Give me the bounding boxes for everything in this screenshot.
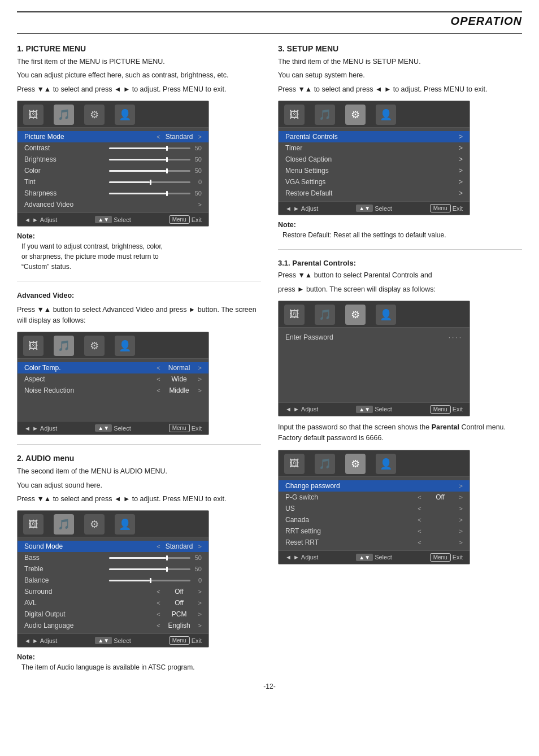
pw-icon-person: 👤 (376, 305, 396, 325)
adv-menu-btn[interactable]: Menu (169, 424, 190, 432)
menu-settings-arrow: > (459, 167, 463, 175)
sharpness-label: Sharpness (24, 189, 106, 197)
password-menu-content: Enter Password ···· (279, 328, 470, 402)
bass-label: Bass (24, 554, 106, 562)
section2-para1: The second item of the MENU is AUDIO MEN… (17, 466, 261, 477)
pw-icon-picture: 🖼 (284, 305, 305, 325)
picture-mode-row: Picture Mode < Standard > (18, 131, 208, 142)
timer-label: Timer (285, 144, 459, 152)
sharpness-value: 50 (194, 190, 202, 197)
par-bottom-adjust: ◄ ► Adjust (285, 554, 318, 561)
adv-select-btn-icon: ▲▼ (95, 424, 112, 432)
section2-para2: You can adjust sound here. (17, 480, 261, 491)
color-temp-arrow-right: > (198, 364, 202, 371)
balance-row: Balance 0 (18, 575, 208, 586)
adjust-label: Adjust (40, 216, 58, 223)
advanced-text: Press ▼▲ button to select Advanced Video… (17, 305, 261, 327)
section1-para2: You can adjust picture effect here, such… (17, 70, 261, 81)
adv-adjust-label: Adjust (40, 425, 58, 432)
audio-language-row: Audio Language < English > (18, 620, 208, 631)
enter-password-label: Enter Password (285, 333, 449, 341)
tint-value: 0 (194, 179, 202, 185)
us-arrow-left: < (418, 505, 421, 512)
pw-blank5 (279, 389, 470, 400)
pg-arrow-right: > (459, 494, 463, 501)
select-label: Select (114, 216, 131, 223)
brightness-slider (109, 159, 190, 160)
surround-row: Surround < Off > (18, 586, 208, 597)
advanced-menu-icons: 🖼 🎵 ⚙ 👤 (18, 332, 208, 359)
contrast-label: Contrast (24, 144, 106, 152)
audio-lang-value: English (164, 622, 195, 629)
brightness-row: Brightness 50 (18, 154, 208, 165)
sound-mode-label: Sound Mode (24, 542, 157, 550)
bottom-select: ▲▼ Select (95, 216, 131, 223)
bass-value: 50 (194, 554, 202, 561)
icon-music: 🎵 (54, 105, 74, 125)
pw-select-label: Select (375, 406, 392, 412)
bass-row: Bass 50 (18, 552, 208, 563)
vga-settings-label: VGA Settings (285, 178, 459, 186)
pw-bottom-adjust: ◄ ► Adjust (285, 406, 318, 412)
input-text: Input the password so that the screen sh… (278, 422, 522, 444)
color-temp-label: Color Temp. (24, 364, 157, 372)
setup-menu-btn[interactable]: Menu (430, 204, 451, 212)
aud-menu-btn[interactable]: Menu (169, 636, 190, 645)
pw-icon-gear: ⚙ (345, 305, 366, 325)
parental-controls-row: Parental Controls > (279, 131, 470, 142)
timer-arrow: > (459, 144, 463, 152)
rrt-setting-label: RRT setting (285, 527, 418, 535)
par-menu-btn[interactable]: Menu (430, 553, 451, 562)
setup-icon-person: 👤 (376, 105, 396, 125)
left-column: 1. PICTURE MENU The first item of the ME… (17, 44, 261, 672)
noise-arrow-left: < (157, 387, 160, 394)
password-menu-bottom: ◄ ► Adjust ▲▼ Select Menu Exit (279, 402, 470, 416)
menu-btn[interactable]: Menu (169, 215, 190, 224)
setup-exit-label: Exit (453, 205, 463, 212)
avl-arrow-left: < (157, 599, 160, 606)
picture-menu-bottom: ◄ ► Adjust ▲▼ Select Menu Exit (18, 212, 208, 226)
rrt-setting-row: RRT setting < > (279, 525, 470, 537)
adv-select-label: Select (114, 425, 131, 432)
canada-row: Canada < > (279, 514, 470, 525)
advanced-heading-bold: Advanced Video: (17, 292, 74, 299)
bottom-menu: Menu Exit (169, 215, 202, 224)
section31-heading: 3.1. Parental Controls: (278, 259, 522, 267)
section3-para1: The third item of the MENU is SETUP MENU… (278, 57, 522, 67)
change-password-arrow: > (455, 483, 463, 489)
avl-row: AVL < Off > (18, 597, 208, 609)
note2-text: The item of Audio language is available … (21, 662, 261, 672)
pw-menu-btn[interactable]: Menu (430, 405, 451, 414)
adv-adjust-arrows: ◄ ► (24, 425, 38, 432)
section2-para3: Press ▼▲ to select and press ◄ ► to adju… (17, 494, 261, 505)
brightness-label: Brightness (24, 155, 106, 163)
aud-select-label: Select (114, 637, 131, 644)
setup-select-btn-icon: ▲▼ (356, 205, 373, 212)
timer-row: Timer > (279, 142, 470, 154)
pg-arrow-left: < (418, 494, 421, 501)
surround-arrow-right: > (198, 588, 202, 595)
bottom-adjust: ◄ ► Adjust (24, 216, 57, 223)
noise-arrow-right: > (198, 387, 202, 394)
canada-label: Canada (285, 516, 418, 524)
aud-icon-music: 🎵 (54, 514, 74, 535)
par-icon-gear: ⚙ (345, 454, 366, 474)
enter-password-row: Enter Password ···· (279, 331, 470, 344)
pg-switch-label: P-G switch (285, 493, 418, 501)
avl-value: Off (164, 599, 195, 607)
sharpness-slider (109, 193, 190, 194)
adjust-arrows: ◄ ► (24, 216, 38, 223)
page-title: OPERATION (17, 15, 522, 28)
aud-exit-label: Exit (192, 637, 202, 644)
contrast-slider (109, 147, 190, 149)
color-row: Color 50 (18, 165, 208, 176)
tint-label: Tint (24, 178, 106, 186)
us-row: US < > (279, 503, 470, 514)
password-dots: ···· (449, 333, 463, 341)
canada-arrow-left: < (418, 516, 421, 523)
menu-settings-row: Menu Settings > (279, 165, 470, 176)
adv-blank1 (18, 396, 208, 407)
advanced-heading: Advanced Video: (17, 290, 261, 301)
header-rule-top (17, 11, 522, 12)
contrast-row: Contrast 50 (18, 142, 208, 154)
